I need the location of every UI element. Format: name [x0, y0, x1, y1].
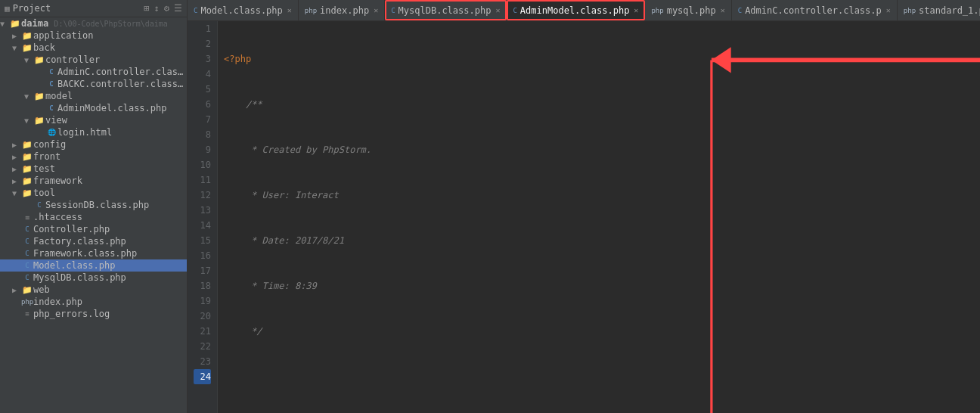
tab-mysql-php[interactable]: php mysql.php ✕	[645, 0, 731, 20]
config-folder-icon: 📁	[21, 140, 33, 150]
ln-14: 14	[194, 218, 211, 233]
tab-standard[interactable]: php standard_1.php ✕	[898, 0, 980, 20]
ln-9: 9	[194, 142, 211, 157]
editor-area: C Model.class.php ✕ php index.php ✕ C My…	[188, 0, 980, 413]
sidebar-item-model-php[interactable]: ▶ C Model.class.php	[0, 259, 187, 272]
test-arrow: ▶	[12, 165, 21, 173]
tab-adminc[interactable]: C AdminC.controller.class.p ✕	[732, 0, 898, 20]
ln-22: 22	[194, 339, 211, 354]
tab-adminmodel-label: AdminModel.class.php	[520, 5, 630, 16]
ln-15: 15	[194, 233, 211, 248]
controller-label: controller	[45, 54, 100, 65]
web-folder-icon: 📁	[21, 285, 33, 295]
sidebar-item-view[interactable]: ▼ 📁 view	[0, 114, 187, 126]
project-icon: ▦	[5, 4, 10, 14]
ln-2: 2	[194, 36, 211, 51]
tab-adminmodel-close[interactable]: ✕	[634, 6, 638, 14]
htaccess-icon: ≡	[21, 213, 33, 222]
ln-12: 12	[194, 188, 211, 203]
ln-18: 18	[194, 278, 211, 293]
sidebar-item-adminmodel[interactable]: ▶ C AdminModel.class.php	[0, 102, 187, 114]
tab-model-close[interactable]: ✕	[287, 6, 292, 14]
config-arrow: ▶	[12, 141, 21, 149]
front-folder-icon: 📁	[21, 152, 33, 162]
sidebar-item-php-errors[interactable]: ▶ ≡ php_errors.log	[0, 308, 187, 320]
ln-16: 16	[194, 248, 211, 263]
ln-7: 7	[194, 112, 211, 127]
sidebar-item-htaccess[interactable]: ▶ ≡ .htaccess	[0, 211, 187, 223]
sidebar-item-index-php[interactable]: ▶ php index.php	[0, 296, 187, 308]
mysqldb-php-icon: C	[21, 274, 33, 281]
tab-bar-container: C Model.class.php ✕ php index.php ✕ C My…	[188, 0, 980, 21]
controller-php-label: Controller.php	[33, 224, 110, 234]
file-tree: ▼ 📁 daima D:\00-Code\PhpStorm\daima ▶ 📁 …	[0, 17, 187, 413]
sidebar-item-front[interactable]: ▶ 📁 front	[0, 151, 187, 163]
sidebar-item-login[interactable]: ▶ 🌐 login.html	[0, 126, 187, 138]
tab-model-label: Model.class.php	[200, 5, 282, 16]
sidebar-item-factory[interactable]: ▶ C Factory.class.php	[0, 235, 187, 247]
ln-13: 13	[194, 203, 211, 218]
code-line-7: */	[224, 324, 980, 339]
tab-index-close[interactable]: ✕	[374, 6, 378, 14]
code-line-2: /**	[224, 97, 980, 112]
menu-icon[interactable]: ☰	[174, 3, 182, 14]
tab-adminc-icon: C	[738, 7, 742, 14]
tab-standard-label: standard_1.php	[919, 5, 980, 16]
application-arrow: ▶	[12, 32, 21, 40]
ln-17: 17	[194, 263, 211, 278]
tab-index-php[interactable]: php index.php ✕	[299, 0, 385, 20]
sidebar-item-controller[interactable]: ▼ 📁 controller	[0, 54, 187, 66]
ln-1: 1	[194, 21, 211, 36]
tool-label: tool	[33, 188, 55, 198]
adminmodel-php-icon: C	[45, 104, 57, 112]
sidebar-item-web[interactable]: ▶ 📁 web	[0, 284, 187, 296]
sidebar-item-config[interactable]: ▶ 📁 config	[0, 138, 187, 151]
sidebar-item-test[interactable]: ▶ 📁 test	[0, 163, 187, 175]
model-php-icon: C	[21, 262, 33, 269]
tab-mysql-icon: php	[651, 7, 663, 14]
tab-mysql-close[interactable]: ✕	[721, 6, 725, 14]
tab-mysqldb-close[interactable]: ✕	[495, 6, 500, 14]
view-label: view	[45, 115, 67, 126]
tab-mysql-label: mysql.php	[667, 5, 716, 16]
backc-label: BACKC.controller.class.ph	[57, 79, 187, 89]
sidebar-item-framework-folder[interactable]: ▶ 📁 framework	[0, 175, 187, 187]
tab-model-class[interactable]: C Model.class.php ✕	[188, 0, 299, 20]
sidebar-title: Project	[13, 3, 141, 14]
adminc-label: AdminC.controller.class.ph	[57, 67, 187, 77]
tree-root[interactable]: ▼ 📁 daima D:\00-Code\PhpStorm\daima	[0, 17, 187, 30]
framework-php-icon: C	[21, 250, 33, 257]
factory-php-icon: C	[21, 238, 33, 245]
sidebar-item-controller-php[interactable]: ▶ C Controller.php	[0, 223, 187, 235]
sidebar-item-backc-controller[interactable]: ▶ C BACKC.controller.class.ph	[0, 78, 187, 90]
tab-mysqldb[interactable]: C MysqlDB.class.php ✕	[385, 0, 507, 20]
back-label: back	[33, 42, 55, 53]
ln-3: 3	[194, 51, 211, 67]
settings-icon[interactable]: ⚙	[164, 3, 169, 14]
mysqldb-label: MysqlDB.class.php	[33, 272, 126, 283]
sidebar-item-application[interactable]: ▶ 📁 application	[0, 30, 187, 42]
code-editor[interactable]: 1 2 3 4 5 6 7 8 9 10 11 12 13 14 15 16 1…	[188, 21, 980, 413]
tab-mysqldb-label: MysqlDB.class.php	[399, 5, 492, 16]
collapse-icon[interactable]: ↕	[154, 3, 160, 14]
tab-index-icon: php	[305, 7, 317, 14]
tab-adminmodel[interactable]: C AdminModel.class.php ✕	[507, 0, 645, 20]
sidebar-item-back[interactable]: ▼ 📁 back	[0, 42, 187, 54]
sidebar-item-framework-php[interactable]: ▶ C Framework.class.php	[0, 247, 187, 259]
factory-label: Factory.class.php	[33, 236, 126, 247]
code-content[interactable]: <?php /** * Created by PhpStorm. * User:…	[218, 21, 980, 413]
test-folder-icon: 📁	[21, 164, 33, 174]
sync-icon[interactable]: ⊞	[144, 3, 149, 14]
sidebar-item-model[interactable]: ▼ 📁 model	[0, 90, 187, 102]
sidebar-item-tool[interactable]: ▼ 📁 tool	[0, 187, 187, 199]
login-html-icon: 🌐	[45, 129, 57, 136]
tab-adminc-close[interactable]: ✕	[886, 6, 891, 14]
tab-standard-icon: php	[904, 7, 916, 14]
ln-20: 20	[194, 309, 211, 324]
sidebar-item-sessiondb[interactable]: ▶ C SessionDB.class.php	[0, 199, 187, 211]
code-line-8	[224, 369, 980, 384]
sidebar-item-mysqldb[interactable]: ▶ C MysqlDB.class.php	[0, 272, 187, 284]
tool-arrow: ▼	[12, 189, 21, 197]
sidebar-item-adminc-controller[interactable]: ▶ C AdminC.controller.class.ph	[0, 66, 187, 78]
back-folder-icon: 📁	[21, 43, 33, 53]
